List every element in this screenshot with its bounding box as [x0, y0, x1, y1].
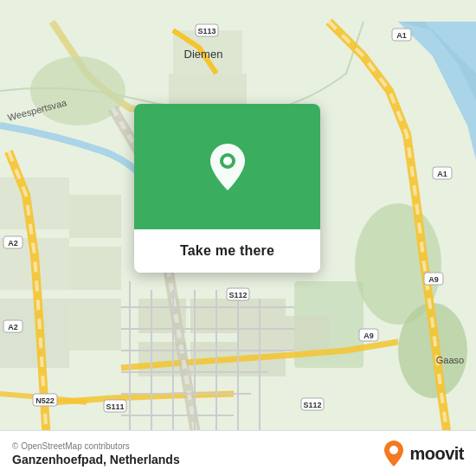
- svg-text:A9: A9: [428, 275, 439, 284]
- svg-rect-16: [286, 316, 329, 351]
- svg-text:S113: S113: [197, 27, 215, 35]
- svg-rect-18: [169, 74, 247, 108]
- svg-rect-5: [0, 177, 69, 229]
- svg-rect-15: [238, 299, 286, 376]
- svg-text:Gaaso: Gaaso: [436, 355, 464, 365]
- svg-text:A9: A9: [363, 331, 374, 340]
- moovit-logo: moovit: [382, 440, 464, 467]
- moovit-pin-icon: [382, 440, 406, 467]
- take-me-there-button[interactable]: Take me there: [134, 229, 320, 273]
- svg-text:S112: S112: [228, 291, 247, 299]
- map-attribution: © OpenStreetMap contributors: [12, 441, 180, 451]
- svg-rect-10: [69, 299, 121, 351]
- svg-text:A2: A2: [8, 323, 18, 331]
- svg-text:A1: A1: [396, 31, 407, 40]
- svg-rect-8: [69, 195, 121, 238]
- svg-point-59: [389, 446, 398, 454]
- pin-svg: [206, 142, 249, 192]
- bottom-bar: © OpenStreetMap contributors Ganzenhoefp…: [0, 430, 476, 476]
- svg-rect-9: [69, 247, 121, 290]
- location-name: Ganzenhoefpad, Netherlands: [12, 453, 180, 466]
- map-container: Weespertsvaa S113 A1 A1 A9 A9: [0, 0, 476, 476]
- svg-text:A2: A2: [8, 239, 18, 248]
- location-card: Take me there: [134, 104, 320, 273]
- svg-text:A1: A1: [437, 170, 447, 178]
- svg-text:Diemen: Diemen: [184, 48, 223, 61]
- svg-point-58: [223, 157, 232, 165]
- svg-text:S112: S112: [303, 401, 321, 409]
- moovit-brand-text: moovit: [409, 444, 464, 464]
- location-pin: [206, 142, 249, 192]
- card-map-area: [134, 104, 320, 229]
- svg-text:S111: S111: [106, 402, 124, 411]
- svg-text:N522: N522: [35, 396, 55, 405]
